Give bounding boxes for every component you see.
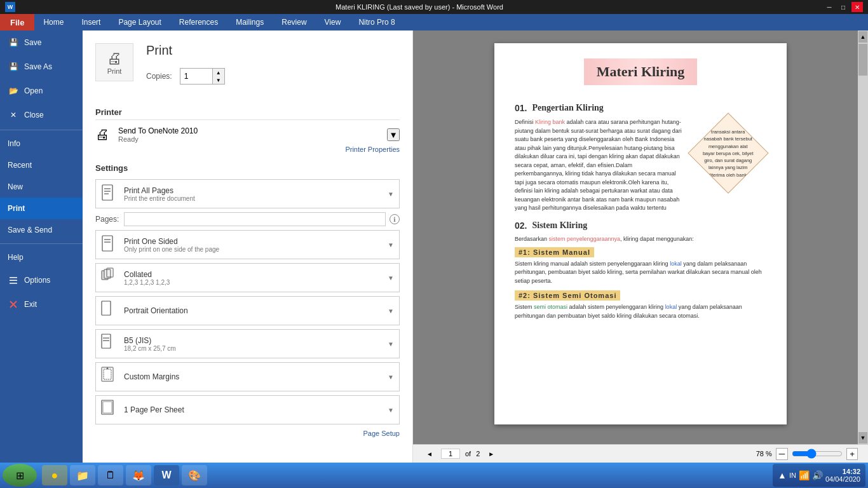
setting-custom-margins-main: Custom Margins	[124, 372, 388, 381]
copies-decrement-button[interactable]: ▼	[213, 76, 224, 84]
portrait-arrow-icon: ▼	[388, 308, 394, 315]
svg-rect-15	[102, 301, 111, 315]
page-setup-link[interactable]: Page Setup	[95, 430, 400, 437]
sidebar-item-save-as-label: Save As	[24, 62, 52, 71]
sidebar-item-open[interactable]: 📂 Open	[0, 79, 83, 103]
minimize-button[interactable]: ─	[824, 2, 835, 12]
tab-insert[interactable]: Insert	[72, 14, 109, 30]
vertical-scrollbar[interactable]: ▲ ▼	[858, 30, 868, 444]
tab-references[interactable]: References	[170, 14, 227, 30]
tab-nitro[interactable]: Nitro Pro 8	[349, 14, 403, 30]
svg-rect-1	[10, 280, 17, 281]
subsection-01-title: #1: Sistem Manual	[515, 247, 594, 257]
tray-network-icon[interactable]: 📶	[799, 470, 810, 480]
doc-title: Materi Kliring	[584, 58, 698, 85]
setting-paper-size[interactable]: B5 (JIS) 18,2 cm x 25,7 cm ▼	[95, 329, 400, 358]
printer-info: Send To OneNote 2010 Ready	[118, 126, 198, 143]
tab-file[interactable]: File	[0, 14, 34, 30]
printer-status: Ready	[118, 135, 198, 143]
sidebar-item-save-as[interactable]: 💾 Save As	[0, 55, 83, 79]
exit-icon	[8, 299, 19, 310]
setting-one-sided-main: Print One Sided	[124, 237, 388, 246]
print-button[interactable]: 🖨 Print	[95, 43, 133, 81]
preview-area: ▲ ▼ Materi Kliring 01. Pengertian Klirin…	[413, 30, 868, 444]
sidebar-item-new[interactable]: New	[0, 176, 83, 198]
setting-print-one-sided[interactable]: Print One Sided Only print on one side o…	[95, 230, 400, 259]
page-number-input[interactable]	[441, 449, 460, 459]
setting-print-all-pages[interactable]: Print All Pages Print the entire documen…	[95, 179, 400, 208]
copies-increment-button[interactable]: ▲	[213, 69, 224, 76]
setting-collated[interactable]: Collated 1,2,3 1,2,3 1,2,3 ▼	[95, 263, 400, 292]
tab-review[interactable]: Review	[273, 14, 315, 30]
sidebar-item-save-send[interactable]: Save & Send	[0, 219, 83, 241]
pages-input[interactable]	[124, 212, 386, 226]
sidebar: 💾 Save 💾 Save As 📂 Open ✕ Close Info Rec…	[0, 30, 83, 463]
printer-section-title: Printer	[95, 107, 400, 120]
title-bar-left: W	[5, 2, 15, 12]
svg-rect-20	[104, 369, 111, 379]
start-button[interactable]: ⊞	[3, 464, 37, 487]
sidebar-item-print[interactable]: Print	[0, 198, 83, 219]
setting-print-all-pages-sub: Print the entire document	[124, 195, 388, 202]
options-icon	[8, 274, 19, 286]
zoom-in-button[interactable]: +	[846, 448, 858, 460]
sidebar-item-recent[interactable]: Recent	[0, 154, 83, 176]
tab-view[interactable]: View	[316, 14, 350, 30]
print-all-pages-arrow-icon: ▼	[388, 191, 394, 198]
title-bar: W Materi KLIRING (Last saved by user) - …	[0, 0, 868, 14]
tray-clock[interactable]: 14:32 04/04/2020	[825, 468, 860, 483]
sidebar-item-close[interactable]: ✕ Close	[0, 103, 83, 127]
zoom-controls: 78 % ─ +	[756, 448, 858, 460]
scroll-up-button[interactable]: ▲	[858, 31, 867, 43]
setting-pages-per-sheet[interactable]: 1 Page Per Sheet ▼	[95, 395, 400, 424]
tray-lang[interactable]: IN	[789, 471, 796, 479]
system-tray: ▲ IN 📶 🔊 14:32 04/04/2020	[773, 464, 865, 487]
diamond-decoration: transaksi antara nasabah bank tersebut m…	[688, 112, 768, 193]
title-bar-controls: ─ □ ✕	[824, 2, 863, 12]
setting-one-sided-sub: Only print on one side of the page	[124, 246, 388, 253]
setting-portrait[interactable]: Portrait Orientation ▼	[95, 296, 400, 325]
taskbar-app-explorer[interactable]: 📁	[70, 465, 95, 485]
copies-input[interactable]	[180, 70, 212, 83]
scroll-thumb[interactable]	[858, 44, 867, 76]
ribbon: File Home Insert Page Layout References …	[0, 14, 868, 30]
maximize-button[interactable]: □	[837, 2, 849, 12]
lokal-1-highlight: lokal	[670, 261, 682, 267]
sidebar-item-help[interactable]: Help	[0, 247, 83, 268]
svg-rect-9	[102, 236, 112, 251]
sidebar-item-info[interactable]: Info	[0, 133, 83, 154]
zoom-slider[interactable]	[792, 449, 843, 459]
taskbar-app-qq[interactable]: ●	[42, 465, 67, 485]
section-02-header: 02. Sistem Kliring	[515, 220, 766, 231]
scroll-down-button[interactable]: ▼	[858, 432, 867, 444]
next-page-button[interactable]: ►	[485, 447, 498, 460]
section-01-num: 01.	[515, 103, 527, 113]
zoom-out-button[interactable]: ─	[776, 448, 788, 460]
tab-home[interactable]: Home	[34, 14, 72, 30]
diamond-text: transaksi antara nasabah bank tersebut m…	[700, 126, 756, 181]
lokal-2-highlight: lokal	[665, 304, 677, 310]
tab-mailings[interactable]: Mailings	[227, 14, 273, 30]
sidebar-item-save-label: Save	[24, 38, 41, 47]
taskbar-app-paint[interactable]: 🎨	[182, 465, 207, 485]
prev-page-button[interactable]: ◄	[423, 447, 436, 460]
tray-up-icon[interactable]: ▲	[778, 470, 787, 480]
taskbar-app-notepad[interactable]: 🗒	[98, 465, 123, 485]
pages-info-icon[interactable]: ℹ	[390, 214, 400, 224]
taskbar-app-word[interactable]: W	[154, 465, 179, 485]
svg-rect-16	[102, 334, 111, 348]
sidebar-item-save[interactable]: 💾 Save	[0, 30, 83, 55]
taskbar: ⊞ ● 📁 🗒 🦊 W 🎨 ▲ IN 📶 🔊 14:32 04/04/2020	[0, 463, 868, 488]
sidebar-item-exit[interactable]: Exit	[0, 292, 83, 316]
section-01-right: transaksi antara nasabah bank tersebut m…	[690, 118, 766, 213]
preview-nav: ◄ of 2 ► 78 % ─ +	[413, 444, 868, 463]
close-button[interactable]: ✕	[851, 2, 863, 12]
sidebar-item-options[interactable]: Options	[0, 268, 83, 292]
tab-page-layout[interactable]: Page Layout	[109, 14, 170, 30]
setting-custom-margins[interactable]: Custom Margins ▼	[95, 362, 400, 391]
printer-properties-link[interactable]: Printer Properties	[95, 146, 400, 153]
taskbar-app-firefox[interactable]: 🦊	[126, 465, 151, 485]
tray-volume-icon[interactable]: 🔊	[812, 470, 823, 480]
printer-dropdown-button[interactable]: ▼	[387, 128, 400, 141]
paper-size-arrow-icon: ▼	[388, 341, 394, 348]
